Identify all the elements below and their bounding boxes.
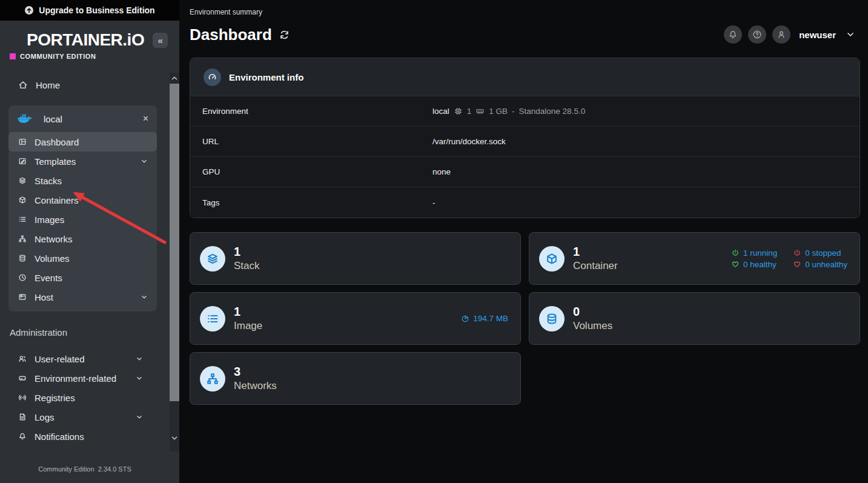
environment-header[interactable]: local × bbox=[8, 105, 157, 132]
administration-list: User-related Environment-related Registr… bbox=[8, 349, 148, 446]
networks-card[interactable]: 3 Networks bbox=[190, 352, 521, 405]
image-label: Image bbox=[234, 319, 461, 332]
administration-section-label: Administration bbox=[10, 327, 67, 338]
close-environment-button[interactable]: × bbox=[143, 114, 148, 124]
pie-chart-icon bbox=[461, 315, 469, 323]
environment-name: local bbox=[432, 107, 449, 116]
refresh-button[interactable] bbox=[279, 30, 290, 40]
sidebar-item-label: Templates bbox=[35, 156, 132, 167]
sidebar-item-label: User-related bbox=[35, 354, 127, 364]
list-icon bbox=[206, 312, 219, 325]
chevron-down-icon bbox=[135, 374, 144, 382]
portainer-dashboard: Upgrade to Business Edition PORTAINER.iO… bbox=[0, 0, 868, 483]
info-row-url: URL /var/run/docker.sock bbox=[190, 127, 860, 157]
sidebar-item-templates[interactable]: Templates bbox=[8, 152, 157, 171]
docker-whale-icon bbox=[17, 113, 33, 125]
volumes-icon-circle bbox=[539, 306, 565, 331]
sidebar-item-user-related[interactable]: User-related bbox=[8, 349, 148, 368]
sidebar-item-dashboard[interactable]: Dashboard bbox=[8, 132, 157, 152]
sidebar-item-label: Networks bbox=[35, 234, 148, 244]
info-label: URL bbox=[190, 137, 432, 146]
sidebar-scrollbar[interactable] bbox=[170, 73, 179, 451]
containers-card[interactable]: 1 Container 1 running 0 stopped 0 health… bbox=[529, 232, 860, 285]
info-row-gpu: GPU none bbox=[190, 157, 860, 187]
networks-label: Networks bbox=[234, 379, 511, 392]
stacks-card[interactable]: 1 Stack bbox=[190, 232, 521, 285]
home-icon bbox=[18, 80, 28, 90]
sidebar-item-label: Notifications bbox=[35, 431, 144, 442]
status-running[interactable]: 1 running bbox=[731, 248, 777, 258]
sidebar-item-registries[interactable]: Registries bbox=[8, 388, 148, 407]
sidebar-item-volumes[interactable]: Volumes bbox=[8, 248, 157, 268]
events-icon bbox=[18, 273, 27, 282]
sidebar-item-label: Environment-related bbox=[35, 373, 127, 384]
container-label: Container bbox=[573, 259, 731, 272]
question-circle-icon bbox=[752, 30, 762, 39]
cpu-icon bbox=[454, 107, 463, 116]
sidebar-item-events[interactable]: Events bbox=[8, 268, 157, 287]
summary-cards: 1 Stack 1 Container 1 running bbox=[190, 232, 860, 405]
card-texts: 1 Container bbox=[573, 244, 731, 272]
panel-title: Environment info bbox=[229, 72, 303, 82]
sidebar-item-notifications[interactable]: Notifications bbox=[8, 427, 148, 446]
logo-row: PORTAINER.iO « bbox=[27, 30, 168, 50]
containers-icon-circle bbox=[539, 246, 565, 271]
database-icon bbox=[545, 312, 558, 325]
sidebar-item-label: Dashboard bbox=[35, 137, 148, 147]
sidebar-item-environment-related[interactable]: Environment-related bbox=[8, 368, 148, 388]
drive-icon bbox=[18, 374, 27, 382]
refresh-icon bbox=[279, 30, 290, 40]
stacks-icon bbox=[206, 252, 219, 265]
info-label: Environment bbox=[190, 107, 432, 116]
network-icon bbox=[206, 372, 219, 385]
environment-name: local bbox=[41, 114, 134, 124]
volumes-card[interactable]: 0 Volumes bbox=[529, 292, 860, 345]
containers-icon bbox=[18, 196, 27, 204]
image-size-badge: 194.7 MB bbox=[461, 314, 508, 323]
sidebar-item-home[interactable]: Home bbox=[0, 76, 157, 93]
templates-icon bbox=[18, 157, 27, 165]
container-count: 1 bbox=[573, 244, 731, 259]
breadcrumb[interactable]: Environment summary bbox=[190, 8, 262, 16]
stack-label: Stack bbox=[234, 259, 511, 272]
users-icon bbox=[18, 355, 27, 363]
sidebar-item-stacks[interactable]: Stacks bbox=[8, 171, 157, 190]
info-value: /var/run/docker.sock bbox=[432, 137, 506, 146]
sidebar-item-host[interactable]: Host bbox=[8, 287, 157, 307]
sidebar-item-images[interactable]: Images bbox=[8, 210, 157, 229]
sidebar-item-label: Stacks bbox=[35, 176, 148, 186]
platform-version: Standalone 28.5.0 bbox=[519, 107, 586, 116]
notifications-button[interactable] bbox=[724, 25, 742, 44]
chevron-down-icon bbox=[140, 157, 148, 165]
networks-icon bbox=[18, 235, 27, 243]
portainer-logo: PORTAINER.iO bbox=[27, 30, 144, 50]
scroll-down-icon[interactable] bbox=[170, 434, 179, 442]
status-stopped[interactable]: 0 stopped bbox=[793, 248, 847, 258]
page-title-row: Dashboard bbox=[190, 25, 290, 44]
scroll-up-icon[interactable] bbox=[170, 74, 179, 82]
images-card[interactable]: 1 Image 194.7 MB bbox=[190, 292, 521, 345]
card-texts: 3 Networks bbox=[234, 364, 511, 392]
card-texts: 1 Image bbox=[234, 304, 461, 332]
networks-count: 3 bbox=[234, 364, 511, 379]
power-icon bbox=[731, 248, 740, 257]
status-healthy[interactable]: 0 healthy bbox=[731, 260, 777, 269]
sidebar-collapse-button[interactable]: « bbox=[153, 33, 168, 48]
user-menu-button[interactable] bbox=[772, 25, 790, 44]
sidebar-item-containers[interactable]: Containers bbox=[8, 190, 157, 210]
environment-info-header: Environment info bbox=[190, 58, 860, 96]
cpu-count: 1 bbox=[467, 107, 472, 116]
status-text: 1 running bbox=[743, 248, 777, 258]
sidebar-item-networks[interactable]: Networks bbox=[8, 229, 157, 248]
sidebar-item-logs[interactable]: Logs bbox=[8, 407, 148, 427]
upgrade-banner[interactable]: Upgrade to Business Edition bbox=[0, 0, 179, 21]
card-texts: 1 Stack bbox=[234, 244, 511, 272]
help-button[interactable] bbox=[748, 25, 766, 44]
stack-count: 1 bbox=[234, 244, 511, 259]
scrollbar-thumb[interactable] bbox=[170, 84, 179, 401]
image-count: 1 bbox=[234, 304, 461, 319]
status-unhealthy[interactable]: 0 unhealthy bbox=[793, 260, 847, 269]
username[interactable]: newuser bbox=[799, 30, 836, 40]
networks-icon-circle bbox=[200, 366, 225, 391]
chevron-down-icon[interactable] bbox=[846, 30, 855, 39]
